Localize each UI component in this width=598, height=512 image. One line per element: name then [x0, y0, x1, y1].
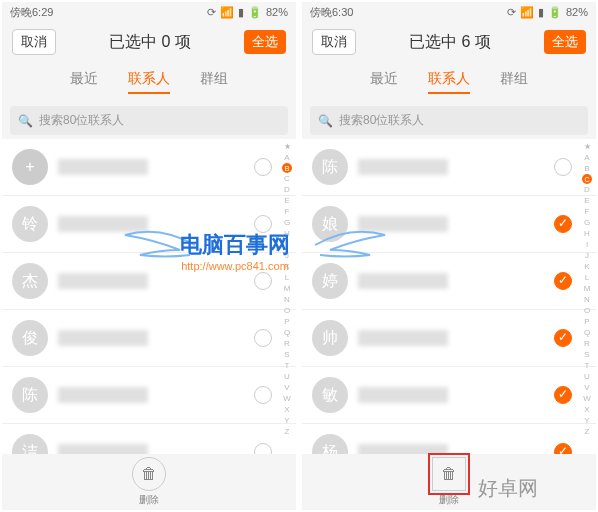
- index-letter[interactable]: O: [284, 305, 290, 316]
- watermark-url: http://www.pc841.com: [180, 260, 290, 272]
- index-letter[interactable]: J: [585, 250, 589, 261]
- index-letter[interactable]: S: [584, 349, 589, 360]
- tab-recent[interactable]: 最近: [70, 70, 98, 94]
- index-letter[interactable]: ★: [584, 141, 591, 152]
- index-letter[interactable]: A: [584, 152, 589, 163]
- index-letter[interactable]: S: [284, 349, 289, 360]
- index-letter[interactable]: P: [284, 316, 289, 327]
- index-letter[interactable]: X: [284, 404, 289, 415]
- index-letter[interactable]: W: [283, 393, 291, 404]
- delete-button[interactable]: 🗑: [132, 457, 166, 491]
- contact-name-redacted: [358, 159, 448, 175]
- search-input[interactable]: 🔍 搜索80位联系人: [310, 106, 588, 135]
- contact-row[interactable]: 帅: [302, 310, 596, 367]
- index-letter[interactable]: L: [585, 272, 589, 283]
- tab-contacts[interactable]: 联系人: [428, 70, 470, 94]
- select-all-button[interactable]: 全选: [544, 30, 586, 54]
- index-letter[interactable]: X: [584, 404, 589, 415]
- index-letter[interactable]: Y: [584, 415, 589, 426]
- index-letter[interactable]: F: [285, 206, 290, 217]
- index-letter[interactable]: M: [284, 283, 291, 294]
- index-letter[interactable]: V: [584, 382, 589, 393]
- index-letter[interactable]: K: [584, 261, 589, 272]
- contact-name-redacted: [58, 330, 148, 346]
- index-letter[interactable]: L: [285, 272, 289, 283]
- contact-avatar: 敏: [312, 377, 348, 413]
- search-icon: 🔍: [18, 114, 33, 128]
- index-letter[interactable]: U: [284, 371, 290, 382]
- index-letter[interactable]: W: [583, 393, 591, 404]
- select-radio[interactable]: [554, 272, 572, 290]
- cancel-button[interactable]: 取消: [12, 29, 56, 55]
- search-placeholder: 搜索80位联系人: [39, 112, 124, 129]
- select-radio[interactable]: [554, 158, 572, 176]
- index-letter[interactable]: D: [284, 184, 290, 195]
- contact-row[interactable]: 陈: [302, 139, 596, 196]
- index-letter[interactable]: ★: [284, 141, 291, 152]
- index-letter[interactable]: P: [584, 316, 589, 327]
- contact-name-redacted: [358, 273, 448, 289]
- index-letter[interactable]: Z: [285, 426, 290, 437]
- contact-avatar: 俊: [12, 320, 48, 356]
- watermark-secondary: 好卓网: [478, 475, 538, 502]
- tab-contacts[interactable]: 联系人: [128, 70, 170, 94]
- index-letter[interactable]: G: [284, 217, 290, 228]
- index-letter[interactable]: C: [284, 173, 290, 184]
- cancel-button[interactable]: 取消: [312, 29, 356, 55]
- index-letter[interactable]: R: [284, 338, 290, 349]
- battery-icon: 🔋: [548, 6, 562, 19]
- index-letter[interactable]: H: [584, 228, 590, 239]
- contact-row[interactable]: 陈: [2, 367, 296, 424]
- index-letter[interactable]: A: [284, 152, 289, 163]
- index-letter[interactable]: F: [585, 206, 590, 217]
- index-letter[interactable]: R: [584, 338, 590, 349]
- select-radio[interactable]: [254, 158, 272, 176]
- select-radio[interactable]: [254, 386, 272, 404]
- contact-row[interactable]: +: [2, 139, 296, 196]
- index-letter[interactable]: O: [584, 305, 590, 316]
- index-letter[interactable]: T: [285, 360, 290, 371]
- index-letter[interactable]: T: [585, 360, 590, 371]
- trash-icon: 🗑: [141, 465, 157, 483]
- index-letter[interactable]: Q: [584, 327, 590, 338]
- select-radio[interactable]: [554, 386, 572, 404]
- tab-bar: 最近 联系人 群组: [2, 62, 296, 102]
- signal-icon: ▮: [538, 6, 544, 19]
- select-all-button[interactable]: 全选: [244, 30, 286, 54]
- index-letter[interactable]: D: [584, 184, 590, 195]
- index-letter[interactable]: V: [284, 382, 289, 393]
- tab-groups[interactable]: 群组: [500, 70, 528, 94]
- select-radio[interactable]: [554, 329, 572, 347]
- select-radio[interactable]: [554, 215, 572, 233]
- status-time: 傍晚6:29: [10, 5, 53, 20]
- index-letter[interactable]: Z: [585, 426, 590, 437]
- tab-recent[interactable]: 最近: [370, 70, 398, 94]
- index-letter[interactable]: I: [586, 239, 588, 250]
- index-letter[interactable]: G: [584, 217, 590, 228]
- index-letter[interactable]: Y: [284, 415, 289, 426]
- index-letter[interactable]: E: [284, 195, 289, 206]
- tab-bar: 最近 联系人 群组: [302, 62, 596, 102]
- index-letter[interactable]: B: [584, 163, 589, 174]
- watermark-main: 电脑百事网 http://www.pc841.com: [180, 230, 290, 272]
- contact-row[interactable]: 敏: [302, 367, 596, 424]
- index-letter[interactable]: N: [584, 294, 590, 305]
- search-input[interactable]: 🔍 搜索80位联系人: [10, 106, 288, 135]
- signal-icon: ▮: [238, 6, 244, 19]
- delete-label: 删除: [439, 493, 459, 507]
- contact-row[interactable]: 俊: [2, 310, 296, 367]
- contact-name-redacted: [358, 330, 448, 346]
- index-letter[interactable]: N: [284, 294, 290, 305]
- select-radio[interactable]: [254, 329, 272, 347]
- index-letter[interactable]: Q: [284, 327, 290, 338]
- index-letter[interactable]: E: [584, 195, 589, 206]
- index-letter[interactable]: M: [584, 283, 591, 294]
- wing-decoration-right: [310, 220, 390, 270]
- index-letter[interactable]: U: [584, 371, 590, 382]
- search-placeholder: 搜索80位联系人: [339, 112, 424, 129]
- select-radio[interactable]: [254, 272, 272, 290]
- tab-groups[interactable]: 群组: [200, 70, 228, 94]
- index-letter[interactable]: B: [282, 163, 292, 173]
- delete-button[interactable]: 🗑: [432, 457, 466, 491]
- index-letter[interactable]: C: [582, 174, 592, 184]
